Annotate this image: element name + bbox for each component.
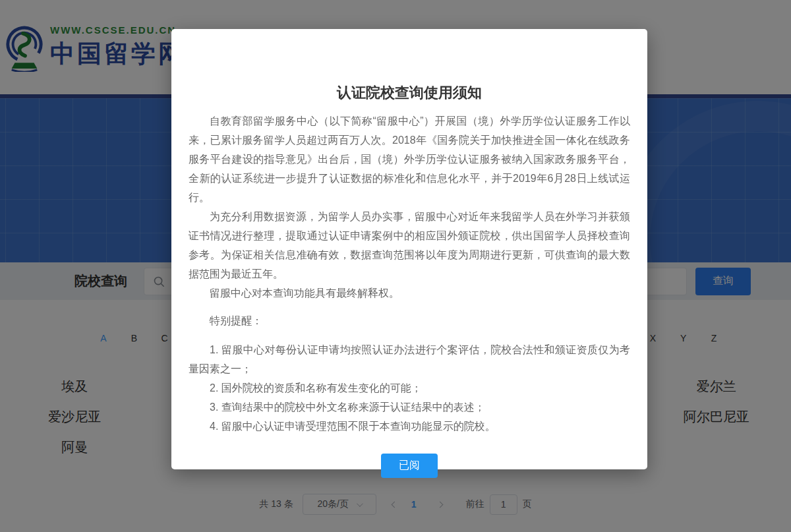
notice-paragraph: 自教育部留学服务中心（以下简称“留服中心”）开展国（境）外学历学位认证服务工作以… [189, 111, 630, 207]
reminder-item: 2. 国外院校的资质和名称有发生变化的可能； [189, 378, 630, 398]
special-reminder-title: 特别提醒： [189, 311, 630, 330]
notice-paragraph: 为充分利用数据资源，为留学人员办实事，留服中心对近年来我留学人员在外学习并获颁证… [189, 207, 630, 283]
notice-paragraph: 留服中心对本查询功能具有最终解释权。 [189, 283, 630, 303]
modal-body: 自教育部留学服务中心（以下简称“留服中心”）开展国（境）外学历学位认证服务工作以… [189, 111, 630, 436]
reminder-item: 3. 查询结果中的院校中外文名称来源于认证结果中的表述； [189, 398, 630, 417]
confirm-read-button[interactable]: 已阅 [381, 454, 438, 478]
notice-modal: 认证院校查询使用须知 自教育部留学服务中心（以下简称“留服中心”）开展国（境）外… [171, 29, 647, 469]
reminder-item: 1. 留服中心对每份认证申请均按照认证办法进行个案评估，院校合法性和颁证资质仅为… [189, 340, 630, 378]
modal-title: 认证院校查询使用须知 [189, 83, 630, 103]
modal-footer: 已阅 [189, 454, 630, 478]
reminder-item: 4. 留服中心认证申请受理范围不限于本查询功能显示的院校。 [189, 417, 630, 436]
